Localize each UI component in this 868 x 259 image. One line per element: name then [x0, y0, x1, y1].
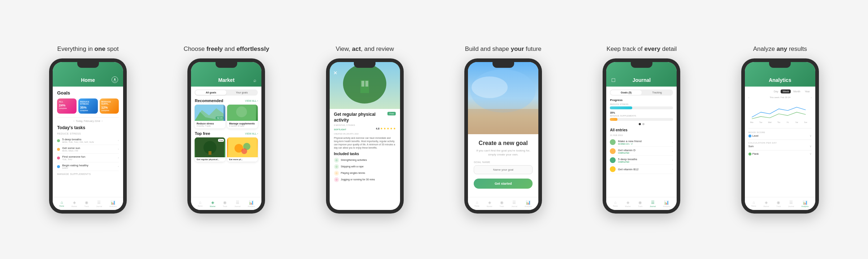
included-tasks-title: Included tasks — [334, 152, 396, 156]
phone-notch-journal — [631, 62, 652, 68]
calc-section: CALCULATION PER DAY Sum ∨ — [748, 140, 812, 148]
task-row-3[interactable]: Find someone fun TUE, THU › — [57, 154, 119, 162]
tab-all-goals[interactable]: All goals — [195, 90, 226, 95]
task-row-2[interactable]: Get some sun MON, WED, FRI › — [57, 145, 119, 154]
tab-your-goals[interactable]: Your goals — [226, 90, 257, 95]
chevron-right-icon[interactable]: › — [101, 120, 102, 122]
analytics-icon-c: 📊 — [526, 200, 531, 205]
chevron-left-icon[interactable]: ‹ — [74, 120, 74, 122]
goals-row: ALL 24% complete REDUCE STRESS 35% compl… — [57, 98, 119, 114]
nav-journal-c[interactable]: ☰Journal — [511, 200, 517, 207]
nav-market-a[interactable]: ◈Market — [764, 200, 769, 207]
view-all-recommended[interactable]: VIEW ALL › — [245, 100, 258, 102]
tab-tracking[interactable]: Tracking — [642, 90, 673, 95]
search-icon[interactable]: ⌕ — [253, 78, 256, 83]
journal-content: Goals (5) Tracking Progress REDUCE STRES… — [606, 87, 677, 177]
nav-journal-a[interactable]: ☰Journal — [788, 200, 794, 207]
nav-track-j[interactable]: ◉Track — [638, 200, 642, 207]
goal-card-supplements[interactable]: MANAGE SUPPL. 12% complete — [100, 98, 119, 114]
svg-text:Sun: Sun — [804, 122, 807, 123]
section-analytics: Analyze any results Analytics Day Week M… — [713, 45, 847, 214]
free-card-1[interactable]: Free Get regular physical... — [195, 137, 225, 162]
phone-notch-home — [77, 62, 99, 68]
market-card-supplements[interactable]: Manage supplements 2 months, 10 tasks — [227, 105, 258, 128]
card-suppl-sub: 2 months, 10 tasks — [229, 125, 256, 127]
detail-title: Get regular physical activity — [334, 112, 388, 123]
nav-journal-j[interactable]: ☰Journal — [650, 200, 656, 207]
tab-goals[interactable]: Goals (5) — [611, 90, 642, 95]
detail-meta: 6 MONTHS, 5 TASKS — [334, 124, 396, 126]
nav-journal-m[interactable]: ☰Journal — [235, 200, 240, 207]
star-3: ★ — [387, 127, 389, 130]
tab-month[interactable]: Month — [791, 89, 802, 93]
task-row-4[interactable]: Begin eating healthy DAILY › — [57, 162, 119, 171]
star-2: ★ — [383, 127, 386, 130]
card-stress-sub: 3 months, 7 tasks — [196, 125, 223, 127]
section-detail: View, act, and review ✕ — [298, 45, 432, 214]
task-icon-3: ◎ — [335, 172, 338, 175]
entry-row-3[interactable]: 5 deep breaths COMPLETED › — [610, 156, 673, 165]
mood-expand-icon[interactable]: ∨ — [810, 134, 812, 137]
tab-year[interactable]: Year — [803, 89, 812, 93]
entry-status-1: SCORES 1/3 ✓ ✗ — [618, 143, 672, 145]
nav-market[interactable]: ◈ Market — [71, 200, 77, 207]
view-all-free[interactable]: VIEW ALL › — [245, 132, 258, 135]
nav-home[interactable]: ⌂ Home — [59, 200, 64, 207]
nav-home-a[interactable]: ⌂Home — [751, 200, 756, 207]
tab-day[interactable]: Day — [772, 89, 780, 93]
entry-row-1[interactable]: Make a new friend SCORES 1/3 ✓ ✗ › — [610, 138, 673, 147]
task-days-3: TUE, THU — [62, 158, 118, 161]
svg-rect-8 — [209, 151, 212, 155]
sum-label: Sum — [748, 145, 754, 148]
goal-card-stress[interactable]: REDUCE STRESS 35% complete — [78, 98, 98, 114]
nav-track-c[interactable]: ◉Track — [500, 200, 504, 207]
nav-track-m[interactable]: ◉Track — [223, 200, 227, 207]
included-task-1: ◎ Strengthening activities — [334, 158, 396, 163]
free-card-2[interactable]: Eat more pl... — [227, 137, 258, 162]
tab-week[interactable]: Week — [781, 89, 791, 93]
entry-row-4[interactable]: Get vitamin B12 › — [610, 165, 673, 174]
nav-track-a[interactable]: ◉Track — [776, 200, 781, 207]
calc-expand-icon[interactable]: ∨ — [810, 145, 812, 148]
task-name-3: Find someone fun — [62, 155, 118, 158]
nav-journal[interactable]: ☰ Journal — [96, 200, 102, 207]
task-icon-2: ◎ — [335, 165, 338, 168]
nav-market-c[interactable]: ◈Market — [487, 200, 492, 207]
next-week-icon[interactable]: › — [811, 96, 812, 98]
task-row[interactable]: 5 deep breaths MON, TUE, THU, FRI, SAT, … — [57, 136, 119, 145]
nav-home-m[interactable]: ⌂Home — [198, 200, 203, 207]
entry-row-2[interactable]: Get vitamin D COMPLETED › — [610, 147, 673, 156]
goal-name-input[interactable] — [474, 165, 533, 174]
nav-analytics-a[interactable]: 📊Analytics — [802, 200, 809, 207]
included-task-4: ◎ Jogging or running for 30 mins — [334, 177, 396, 182]
nav-home-j[interactable]: ⌂Home — [613, 200, 618, 207]
top-free-cards: Free Get regular physical... — [195, 137, 258, 162]
task-dot-2 — [57, 148, 60, 151]
get-started-button[interactable]: Get started — [474, 179, 533, 189]
market-header-title: Market — [218, 77, 234, 83]
task-circle-3: ◎ — [334, 171, 339, 176]
nav-home-c[interactable]: ⌂Home — [474, 200, 479, 207]
nav-analytics-c[interactable]: 📊Analytics — [525, 200, 532, 207]
mood-level-label: Level — [752, 135, 759, 137]
task-name-2: Get some sun — [62, 146, 118, 150]
nav-track[interactable]: ◉ Track — [84, 200, 89, 207]
phone-notch-create — [492, 62, 514, 68]
prev-week-icon[interactable]: ‹ — [748, 96, 749, 98]
nav-analytics[interactable]: 📊 Analytics — [109, 200, 117, 207]
task-info-4: Begin eating healthy DAILY — [62, 164, 118, 169]
dot-1 — [639, 123, 641, 125]
bottom-nav-market: ⌂Home ◈Market ◉Track ☰Journal 📊Analytics — [191, 197, 261, 210]
goal-card-all[interactable]: ALL 24% complete — [57, 98, 77, 114]
nav-market-j[interactable]: ◈Market — [625, 200, 630, 207]
close-icon[interactable]: ✕ — [333, 70, 338, 76]
nav-analytics-j[interactable]: 📊Analytics — [663, 200, 670, 207]
market-nav-icon: ◈ — [73, 200, 76, 205]
market-card-stress[interactable]: $2.99 Reduce stress 3 months, 7 tasks — [195, 105, 225, 128]
plank-expand-icon[interactable]: ∨ — [810, 152, 812, 155]
nav-analytics-m[interactable]: 📊Analytics — [248, 200, 255, 207]
card-stress-price: $2.99 — [216, 117, 224, 119]
nav-market-m[interactable]: ◈Market — [210, 200, 215, 207]
task-icon-4: ◎ — [335, 178, 338, 181]
svg-rect-16 — [361, 81, 364, 87]
